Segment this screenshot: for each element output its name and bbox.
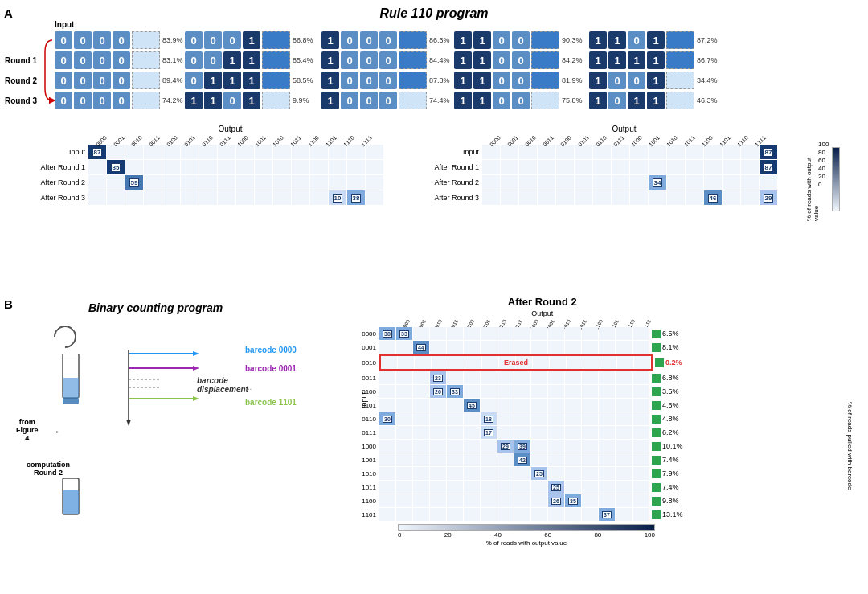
colorbar-label: % of reads with output value — [805, 141, 820, 221]
input-section: Input 0 0 0 0 83.9% Round 1 0 0 0 0 83.1… — [55, 20, 183, 109]
green-square — [652, 415, 661, 424]
big-hm-row: 0101454.6% — [354, 399, 683, 412]
big-hm-row: 0001448.1% — [354, 341, 683, 354]
barcode0000-label: barcode 0000 — [245, 346, 297, 354]
green-square — [652, 456, 661, 465]
big-hm-row: 0010Erased0.2% — [354, 354, 683, 371]
green-square — [652, 401, 661, 410]
round1-row: Round 1 0 0 0 0 83.1% — [55, 51, 183, 69]
big-hm-headers: 0000 0001 0010 0011 0100 0101 0110 0111 … — [398, 317, 683, 327]
pct-reads-barcode-label: % of reads pulled with barcode — [846, 386, 854, 506]
col3-section: 1 0 0 0 86.3% 1 0 0 0 84.4% 1 0 0 0 87.8… — [321, 31, 450, 109]
heatmap-row: After Round 259 — [32, 175, 384, 190]
col5-section: 1 1 0 1 87.2% 1 1 1 1 86.7% 1 0 0 1 34.4… — [589, 31, 718, 109]
col4-section: 1 1 0 0 90.3% 1 1 0 0 84.2% 1 1 0 0 81.9… — [454, 31, 583, 109]
big-hm-row: 011030184.8% — [354, 412, 683, 425]
from-figure4-label: from Figure 4 — [16, 418, 39, 442]
svg-marker-12 — [193, 396, 199, 401]
big-hm-row: 0111176.2% — [354, 426, 683, 439]
green-square — [652, 387, 661, 396]
heatmap1-container: Output 0000 0001 0010 0011 0100 0101 011… — [32, 125, 384, 206]
heatmap-row: Input87 — [32, 145, 384, 159]
big-heatmap-container: After Round 2 Output 0000 0001 0010 0011… — [354, 296, 683, 547]
col2-input-row: 0 0 0 1 86.8% — [185, 31, 313, 49]
binary-counting-title: Binary counting program — [88, 301, 223, 314]
hm2-col-headers: 0000 0001 0010 0011 0100 0101 0110 0111 … — [486, 135, 778, 144]
round2-row: Round 2 0 0 0 0 89.4% — [55, 72, 183, 89]
big-hm-row: 010026333.5% — [354, 385, 683, 398]
big-hm-row: 000038336.5% — [354, 327, 683, 340]
barcode1101-label: barcode 1101 — [245, 398, 297, 407]
svg-marker-8 — [193, 366, 199, 371]
round3-row: Round 3 0 0 0 0 74.2% — [55, 92, 183, 109]
big-hm-row: 110026359.8% — [354, 494, 683, 507]
heatmap2-grid: Input87After Round 187After Round 234Aft… — [426, 145, 778, 205]
heatmap1-grid: Input87After Round 185After Round 259Aft… — [32, 145, 384, 205]
heatmap-row: Input87 — [426, 145, 778, 159]
col2-r2-row: 0 1 1 1 58.5% — [185, 72, 313, 89]
barcode-displacement-label: barcode displacement — [197, 376, 248, 394]
col2-r3-row: 1 1 0 1 9.9% — [185, 92, 313, 109]
svg-rect-2 — [63, 398, 79, 404]
green-square — [652, 469, 661, 478]
heatmap-row: After Round 31038 — [32, 190, 384, 205]
barcode-labels: barcode 0000 barcode 0001 ... barcode 11… — [245, 346, 297, 407]
big-heatmap-grid: 000038336.5%0001448.1%0010Erased0.2%0011… — [354, 327, 683, 521]
section-a-label: A — [4, 6, 13, 20]
erased-label: Erased — [504, 358, 528, 367]
green-square — [652, 483, 661, 492]
input-label: Input — [55, 20, 74, 29]
svg-marker-15 — [126, 420, 131, 426]
big-hm-row: 1000293910.1% — [354, 440, 683, 453]
green-square — [652, 497, 661, 506]
svg-rect-1 — [63, 378, 79, 398]
heatmap-row: After Round 234 — [426, 175, 778, 190]
computation-label: computation Round 2 — [20, 461, 76, 477]
from-figure-arrow: → — [51, 426, 60, 437]
input-row: 0 0 0 0 83.9% — [55, 31, 183, 49]
big-hm-colorbar: 020406080100 % of reads with output valu… — [398, 524, 683, 547]
col2-section: 0 0 0 1 86.8% 0 0 1 1 85.4% 0 1 1 1 58.5… — [185, 31, 313, 109]
barcode0001-label: barcode 0001 — [245, 364, 297, 373]
barcode-arrows: barcode displacement — [121, 338, 225, 428]
heatmap-row: After Round 34629 — [426, 190, 778, 205]
big-hm-row: 0011236.8% — [354, 371, 683, 384]
after-round2-title: After Round 2 — [402, 296, 683, 308]
main-title: Rule 110 program — [379, 6, 488, 21]
section-b-label: B — [4, 297, 13, 311]
green-square — [652, 428, 661, 437]
big-hm-row: 1011257.4% — [354, 481, 683, 494]
green-square — [652, 442, 661, 451]
green-square — [652, 343, 661, 352]
heatmap2-container: Output 0000 0001 0010 0011 0100 0101 011… — [426, 125, 778, 206]
svg-marker-6 — [193, 351, 199, 356]
big-hm-row: 1010257.9% — [354, 467, 683, 480]
svg-rect-4 — [63, 490, 79, 514]
green-square — [652, 510, 661, 519]
heatmap-row: After Round 187 — [426, 160, 778, 174]
big-hm-row: 11013713.1% — [354, 508, 683, 521]
big-hm-output-label: Output — [402, 309, 683, 317]
colorbar-reads: % of reads with output value 100 80 60 4… — [812, 141, 829, 188]
green-square — [655, 358, 664, 367]
green-square — [652, 330, 661, 338]
colorbar-pct-label: % of reads with output value — [398, 539, 655, 547]
heatmap-row: After Round 185 — [32, 160, 384, 174]
hm1-col-headers: 0000 0001 0010 0011 0100 0101 0110 0111 … — [92, 135, 384, 144]
big-hm-row: 1001427.4% — [354, 453, 683, 466]
erased-row-wrapper: Erased — [379, 354, 653, 371]
col2-r1-row: 0 0 1 1 85.4% — [185, 51, 313, 69]
round1-arrow — [43, 36, 55, 106]
green-square — [652, 374, 661, 383]
